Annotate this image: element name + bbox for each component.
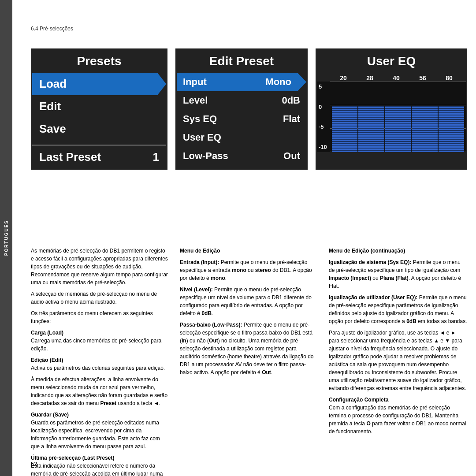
col3-note: Para ajuste do igalizador gráfico, use a…	[329, 329, 467, 392]
eq-freq-row: 20 28 40 56 80	[317, 73, 466, 82]
eq-bar-inner-56	[412, 106, 437, 152]
eq-bar-inner-20	[332, 106, 357, 152]
freq-80: 80	[436, 74, 462, 82]
desc-col-2: Menu de Edição Entrada (Input): Permite …	[180, 247, 318, 476]
breadcrumb: 6.4 Pré-selecções	[31, 26, 73, 32]
eq-bar-stripes-56	[412, 106, 437, 152]
page-number: 52	[31, 461, 37, 467]
eq-bar-20[interactable]	[332, 82, 357, 152]
edit-row-level[interactable]: Level 0dB	[177, 91, 306, 110]
preset-save[interactable]: Save	[32, 118, 166, 140]
eq-bar-inner-40	[385, 106, 411, 152]
eq-bar-inner-80	[439, 106, 464, 152]
col2-lowpass: Passa-baixo (Low-Pass): Permite que o me…	[180, 321, 318, 376]
col3-heading: Menu de Edição (continuação)	[329, 247, 467, 255]
eq-title: User EQ	[317, 50, 466, 73]
eq-graph: 5 0 -5 -10	[317, 82, 466, 152]
presets-panel: Presets Load Edit Save Last Preset 1	[31, 48, 167, 170]
usereq-label: User EQ	[183, 132, 221, 143]
eq-bar-28[interactable]	[358, 82, 384, 152]
input-value: Mono	[265, 76, 291, 88]
syseq-label: Sys EQ	[183, 113, 217, 125]
presets-title: Presets	[32, 50, 166, 73]
edit-row-usereq[interactable]: User EQ	[177, 128, 306, 147]
col2-input: Entrada (Input): Permite que o menu de p…	[180, 258, 318, 282]
sidebar-label: PORTUGUES	[4, 220, 9, 256]
desc-intro-3: Os três parâmetros do menu oferecem as s…	[31, 309, 169, 325]
eq-panel: User EQ 20 28 40 56 80 5 0 -5 -10	[316, 48, 467, 170]
freq-20: 20	[330, 74, 357, 82]
eq-bars-area	[330, 82, 466, 152]
eq-bar-inner-28	[358, 106, 384, 152]
lowpass-value: Out	[283, 150, 300, 162]
last-preset-value: 1	[153, 150, 159, 164]
desc-section-edit: Edição (Edit)Activa os parâmetros das co…	[31, 356, 169, 372]
input-label: Input	[183, 76, 207, 88]
last-preset-label: Last Preset	[39, 150, 101, 164]
panels-row: Presets Load Edit Save Last Preset 1 Edi…	[31, 48, 467, 170]
edit-row-input[interactable]: Input Mono	[177, 73, 306, 91]
eq-bar-80[interactable]	[439, 82, 464, 152]
desc-col-3: Menu de Edição (continuação) Igualização…	[329, 247, 467, 476]
eq-bar-stripes-20	[332, 106, 357, 152]
y-5: 5	[319, 83, 328, 90]
eq-y-axis: 5 0 -5 -10	[317, 82, 330, 152]
preset-last: Last Preset 1	[32, 145, 166, 168]
edit-heading: Edição (Edit)	[31, 357, 63, 363]
eq-bar-stripes-28	[358, 106, 384, 152]
syseq-value: Flat	[283, 113, 300, 125]
presets-menu: Load Edit Save Last Preset 1	[32, 73, 166, 168]
freq-28: 28	[357, 74, 383, 82]
y-neg10: -10	[319, 144, 328, 150]
col2-level: Nível (Level): Permite que o menu de pré…	[180, 286, 318, 317]
y-0: 0	[319, 104, 328, 110]
last-heading: Última pré-selecção (Last Preset)	[31, 455, 114, 461]
desc-section-load: Carga (Load)Carrega uma das cinco memóri…	[31, 329, 169, 353]
eq-bar-stripes-40	[385, 106, 411, 152]
col2-heading: Menu de Edição	[180, 247, 318, 255]
eq-bar-40[interactable]	[385, 82, 411, 152]
freq-40: 40	[383, 74, 409, 82]
preset-load[interactable]: Load	[32, 73, 166, 95]
col3-usereq: Igualização de utilizador (User EQ): Per…	[329, 294, 467, 325]
col3-complete: Configuração CompletaCom a configuração …	[329, 396, 467, 435]
sidebar: PORTUGUES	[0, 0, 12, 476]
eq-bar-56[interactable]	[412, 82, 437, 152]
desc-section-last: Última pré-selecção (Last Preset)Esta in…	[31, 454, 169, 476]
eq-bars	[330, 82, 466, 152]
level-value: 0dB	[282, 95, 300, 106]
save-heading: Guardar (Save)	[31, 412, 69, 418]
eq-bar-stripes-80	[439, 106, 464, 152]
edit-row-lowpass[interactable]: Low-Pass Out	[177, 147, 306, 165]
preset-edit[interactable]: Edit	[32, 95, 166, 118]
description-area: As memórias de pré-selecção do DB1 permi…	[31, 247, 467, 476]
col3-syseq: Igualização de sistema (Sys EQ): Permite…	[329, 258, 467, 290]
edit-row-syseq[interactable]: Sys EQ Flat	[177, 110, 306, 128]
edit-panel: Edit Preset Input Mono Level 0dB Sys EQ …	[175, 48, 308, 170]
desc-intro-2: A selecção de memórias de pré-selecção n…	[31, 290, 169, 306]
freq-56: 56	[409, 74, 436, 82]
desc-section-note: À medida de efectua alterações, a linha …	[31, 376, 169, 407]
lowpass-label: Low-Pass	[183, 150, 228, 162]
level-label: Level	[183, 95, 208, 106]
edit-title: Edit Preset	[177, 50, 306, 73]
desc-col-1: As memórias de pré-selecção do DB1 permi…	[31, 247, 169, 476]
load-heading: Carga (Load)	[31, 330, 63, 336]
desc-section-save: Guardar (Save)Guarda os parâmetros de pr…	[31, 411, 169, 450]
desc-intro-1: As memórias de pré-selecção do DB1 permi…	[31, 247, 169, 286]
y-neg5: -5	[319, 123, 328, 130]
main-content: 6.4 Pré-selecções Presets Load Edit Save…	[12, 0, 476, 476]
